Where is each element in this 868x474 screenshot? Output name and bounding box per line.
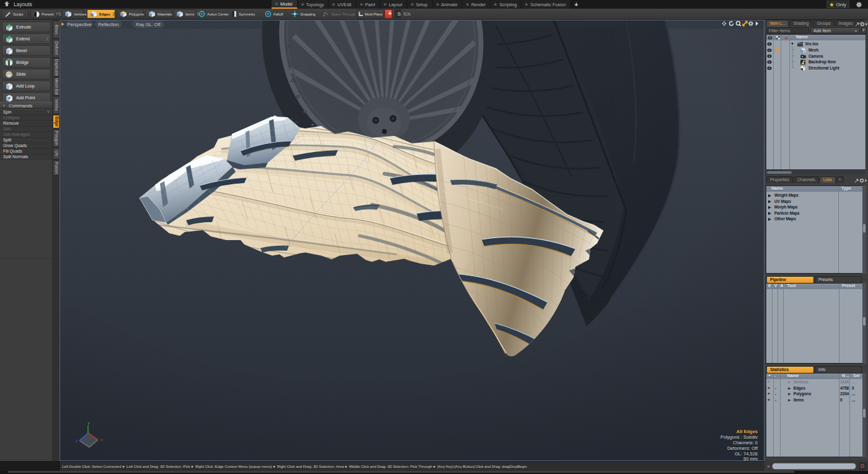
svg-text:z: z [76,439,78,443]
svg-text:50 mm: 50 mm [743,456,758,461]
svg-text:Channels: 0: Channels: 0 [733,440,758,445]
svg-text:Reflection: Reflection [98,22,118,27]
svg-text:Polygons : Subdiv: Polygons : Subdiv [720,434,758,440]
svg-text:All Edges: All Edges [737,429,758,434]
svg-text:Deformers: Off: Deformers: Off [727,445,758,451]
svg-text:Ray GL: Off: Ray GL: Off [136,22,161,27]
svg-text:x: x [100,437,103,442]
svg-text:Perspective: Perspective [67,22,91,27]
